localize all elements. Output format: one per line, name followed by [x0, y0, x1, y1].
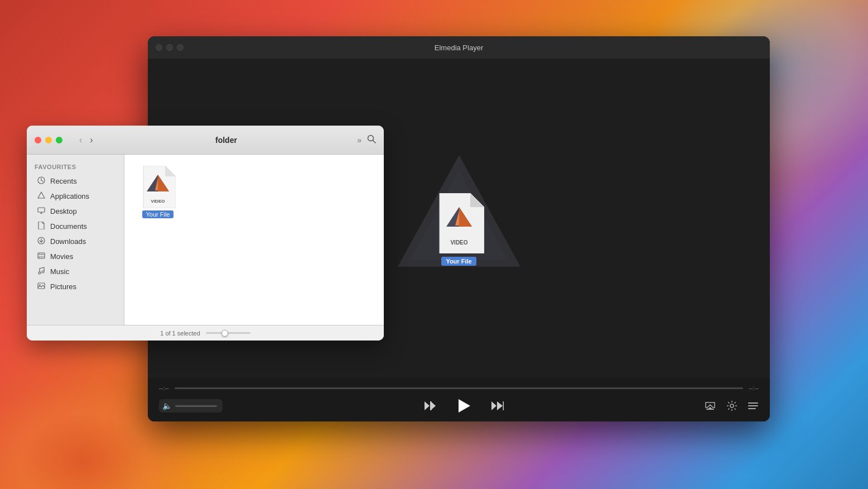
prev-track-button[interactable]	[421, 397, 438, 414]
finder-traffic-lights	[35, 137, 62, 143]
finder-nav-right: »	[357, 135, 376, 146]
next-icon	[491, 400, 504, 412]
sidebar-item-downloads[interactable]: Downloads	[29, 234, 122, 249]
search-icon	[367, 135, 376, 143]
svg-marker-9	[459, 399, 470, 413]
finder-minimize-button[interactable]	[45, 137, 52, 143]
svg-rect-29	[38, 253, 45, 258]
volume-control[interactable]: 🔈	[159, 399, 223, 413]
svg-line-20	[373, 140, 376, 143]
svg-marker-6	[425, 401, 430, 410]
player-file-icon: VIDEO	[434, 193, 484, 253]
finder-sidebar: Favourites Recents Applicatio	[27, 155, 124, 325]
airplay-icon	[704, 400, 716, 412]
sidebar-item-movies-label: Movies	[50, 252, 73, 261]
finder-view-options-button[interactable]: »	[357, 136, 361, 145]
svg-point-39	[39, 284, 40, 285]
slider-track	[206, 332, 250, 334]
svg-rect-14	[706, 409, 714, 410]
svg-rect-18	[748, 408, 756, 409]
settings-icon	[726, 400, 737, 411]
svg-marker-11	[497, 401, 503, 410]
applications-icon	[37, 191, 46, 201]
svg-line-23	[41, 180, 43, 181]
finder-body: Favourites Recents Applicatio	[27, 155, 384, 325]
downloads-icon	[37, 237, 46, 246]
sidebar-item-documents[interactable]: Documents	[29, 219, 122, 234]
sidebar-item-downloads-label: Downloads	[50, 237, 86, 246]
player-title: Elmedia Player	[435, 44, 483, 52]
play-icon	[456, 398, 471, 414]
volume-icon: 🔈	[162, 401, 172, 410]
right-controls	[704, 400, 759, 412]
finder-statusbar: 1 of 1 selected	[27, 325, 384, 341]
sidebar-item-desktop[interactable]: Desktop	[29, 204, 122, 219]
time-start: --:--	[159, 385, 169, 391]
finder-titlebar: ‹ › folder »	[27, 126, 384, 155]
finder-status-text: 1 of 1 selected	[160, 330, 200, 337]
file-icon-small: VIDEO	[140, 166, 176, 208]
play-button[interactable]	[454, 396, 474, 416]
finder-window: ‹ › folder » Favourites	[27, 126, 384, 341]
airplay-button[interactable]	[704, 400, 716, 412]
finder-content: VIDEO Your File	[124, 155, 384, 325]
sidebar-item-applications-label: Applications	[50, 192, 89, 200]
progress-bar-container: --:-- --:--	[159, 378, 759, 396]
playback-controls	[421, 396, 506, 416]
finder-folder-title: folder	[101, 136, 352, 145]
finder-close-button[interactable]	[35, 137, 41, 143]
sidebar-section-favourites: Favourites	[27, 161, 124, 174]
player-maximize-button[interactable]	[177, 44, 184, 51]
player-titlebar: Elmedia Player	[148, 36, 770, 59]
volume-bar[interactable]	[175, 405, 217, 407]
file-name-badge: Your File	[142, 210, 173, 218]
svg-point-15	[730, 404, 734, 408]
finder-back-button[interactable]: ‹	[77, 134, 84, 146]
settings-button[interactable]	[726, 400, 737, 411]
next-track-button[interactable]	[489, 397, 506, 414]
sidebar-item-music[interactable]: Music	[29, 264, 122, 279]
progress-bar[interactable]	[175, 387, 744, 389]
svg-rect-16	[748, 402, 758, 404]
sidebar-item-documents-label: Documents	[50, 222, 87, 231]
player-close-button[interactable]	[156, 44, 162, 51]
finder-nav: ‹ ›	[77, 134, 95, 146]
playlist-icon	[748, 400, 759, 411]
player-controls: --:-- --:-- 🔈	[148, 378, 770, 421]
sidebar-item-movies[interactable]: Movies	[29, 249, 122, 264]
svg-point-37	[42, 271, 44, 273]
player-minimize-button[interactable]	[166, 44, 173, 51]
svg-rect-12	[503, 401, 504, 410]
prev-icon	[423, 400, 436, 412]
file-item[interactable]: VIDEO Your File	[136, 166, 180, 218]
music-icon	[37, 267, 46, 276]
finder-maximize-button[interactable]	[56, 137, 62, 143]
documents-icon	[37, 222, 46, 231]
sidebar-item-recents[interactable]: Recents	[29, 174, 122, 189]
sidebar-item-applications[interactable]: Applications	[29, 189, 122, 204]
svg-text:VIDEO: VIDEO	[450, 239, 467, 246]
sidebar-item-desktop-label: Desktop	[50, 207, 77, 215]
slider-thumb	[221, 330, 228, 337]
finder-size-slider[interactable]	[206, 332, 250, 334]
svg-marker-10	[491, 401, 496, 410]
sidebar-item-pictures-label: Pictures	[50, 282, 76, 291]
svg-rect-24	[38, 208, 45, 212]
svg-marker-8	[431, 401, 436, 410]
player-traffic-lights	[156, 44, 184, 51]
svg-rect-17	[748, 405, 758, 406]
sidebar-item-recents-label: Recents	[50, 177, 77, 185]
playlist-button[interactable]	[748, 400, 759, 411]
finder-content-area: VIDEO Your File	[124, 155, 384, 229]
finder-search-button[interactable]	[367, 135, 376, 146]
desktop-icon	[37, 207, 46, 216]
recents-icon	[37, 176, 46, 186]
movies-icon	[37, 252, 46, 261]
sidebar-item-music-label: Music	[50, 267, 69, 276]
svg-text:VIDEO: VIDEO	[151, 199, 165, 204]
time-end: --:--	[749, 385, 759, 391]
pictures-icon	[37, 282, 46, 291]
sidebar-item-pictures[interactable]: Pictures	[29, 279, 122, 294]
finder-forward-button[interactable]: ›	[88, 134, 95, 146]
player-file-label: Your File	[441, 257, 476, 266]
